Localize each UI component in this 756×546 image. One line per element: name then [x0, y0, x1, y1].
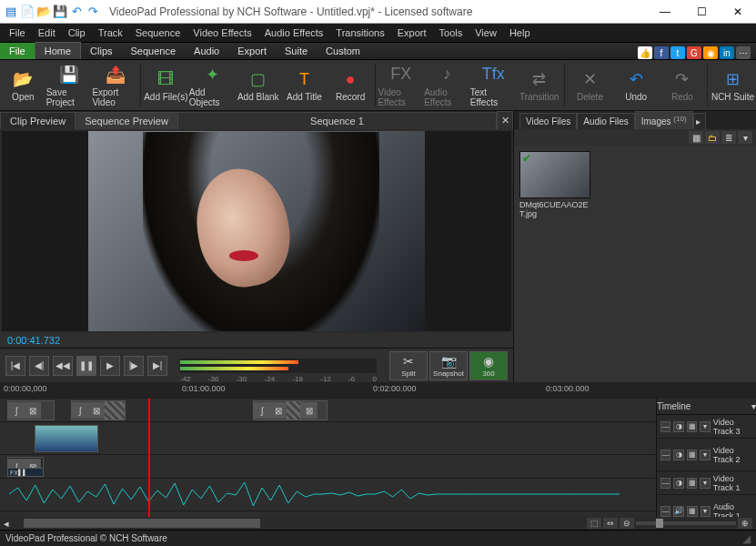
ribbon-tab-suite[interactable]: Suite [276, 43, 317, 59]
maximize-button[interactable]: ☐ [683, 0, 720, 24]
twitter-icon[interactable]: t [670, 46, 685, 59]
zoom-in-icon[interactable]: ⊕ [738, 518, 752, 529]
tab-video-files[interactable]: Video Files [519, 113, 577, 129]
quick-access-toolbar: ▤ 📄 📂 💾 ↶ ↷ [0, 5, 104, 19]
menu-export[interactable]: Export [392, 25, 432, 40]
video-effects-button[interactable]: FXVideo Effects [378, 60, 424, 110]
qat-new-icon[interactable]: 📄 [20, 5, 35, 19]
bin-folder-icon[interactable]: 🗀 [705, 131, 720, 144]
timeline-panel-title[interactable]: Timeline ▾ [657, 399, 756, 415]
ribbon-tab-file[interactable]: File [0, 43, 35, 59]
fx-icon: ∫ [8, 402, 25, 419]
qat-open-icon[interactable]: 📂 [36, 5, 51, 19]
redo-button[interactable]: ↷Redo [660, 60, 706, 110]
next-frame-button[interactable]: |▶ [124, 356, 144, 376]
export-video-button[interactable]: 📤Export Video [92, 60, 138, 110]
track-header-v2[interactable]: —◑▦▾Video Track 2 [657, 439, 756, 471]
ribbon-tab-home[interactable]: Home [35, 42, 81, 59]
play-button[interactable]: ▶ [100, 356, 120, 376]
close-button[interactable]: ✕ [720, 0, 756, 24]
track-header-v1[interactable]: —◑▦▾Video Track 1 [657, 471, 756, 495]
track-video-2[interactable] [0, 422, 656, 455]
facebook-icon[interactable]: f [654, 46, 669, 59]
qat-redo-icon[interactable]: ↷ [86, 5, 100, 19]
menu-file[interactable]: File [4, 25, 31, 40]
zoom-out-icon[interactable]: ⊖ [620, 518, 634, 529]
bin-tab-overflow[interactable]: ▸ [693, 113, 706, 129]
bin-list-icon[interactable]: ≣ [721, 131, 736, 144]
bin-more-icon[interactable]: ▾ [738, 131, 752, 144]
tab-images[interactable]: Images (10) [635, 111, 693, 129]
transition-button[interactable]: ⇄Transition [517, 60, 563, 110]
menu-track[interactable]: Track [93, 25, 128, 40]
delete-button[interactable]: ✕Delete [567, 60, 613, 110]
zoom-slider[interactable] [636, 521, 736, 525]
menu-audio-effects[interactable]: Audio Effects [259, 25, 329, 40]
share-icon[interactable]: ⋯ [736, 46, 751, 59]
ribbon-tab-sequence[interactable]: Sequence [122, 43, 186, 59]
menu-video-effects[interactable]: Video Effects [187, 25, 257, 40]
thumbnail-label: DMqt6CUEAAO2ET.jpg [519, 198, 590, 218]
menu-transitions[interactable]: Transitions [330, 25, 389, 40]
add-title-button[interactable]: TAdd Title [281, 60, 328, 110]
add-blank-button[interactable]: ▢Add Blank [235, 60, 281, 110]
bin-thumbnails[interactable]: DMqt6CUEAAO2ET.jpg [514, 146, 756, 382]
googleplus-icon[interactable]: G [687, 46, 701, 59]
ribbon-tab-export[interactable]: Export [228, 43, 276, 59]
linkedin-icon[interactable]: in [720, 46, 734, 59]
record-button[interactable]: ●Record [328, 60, 374, 110]
track-audio-1[interactable] [0, 479, 656, 511]
add-files-button[interactable]: 🎞Add File(s) [143, 60, 189, 110]
close-sequence-icon[interactable]: ✕ [497, 111, 513, 129]
timeline-scrollbar[interactable]: ◂ ⬚ ⇔ ⊖ ⊕ [0, 517, 756, 530]
ribbon-tab-custom[interactable]: Custom [317, 43, 369, 59]
menu-edit[interactable]: Edit [33, 25, 61, 40]
menu-sequence[interactable]: Sequence [130, 25, 186, 40]
rss-icon[interactable]: ◉ [703, 46, 718, 59]
tab-clip-preview[interactable]: Clip Preview [0, 112, 76, 129]
split-button[interactable]: ✂Split [389, 351, 428, 380]
go-end-button[interactable]: ▶| [147, 356, 167, 376]
menu-view[interactable]: View [469, 25, 502, 40]
go-start-button[interactable]: |◀ [5, 356, 25, 376]
tab-sequence-preview[interactable]: Sequence Preview [75, 112, 178, 129]
open-button[interactable]: 📂Open [0, 60, 46, 110]
menu-clip[interactable]: Clip [63, 25, 91, 40]
qat-save-icon[interactable]: 💾 [53, 5, 67, 19]
prev-frame-button[interactable]: ◀| [29, 356, 49, 376]
fit-icon[interactable]: ⇔ [603, 518, 618, 529]
bin-tabs: Video Files Audio Files Images (10) ▸ [514, 111, 756, 129]
save-project-button[interactable]: 💾Save Project [46, 60, 93, 110]
track-video-1[interactable]: ∫⊠ FX▌▌ [0, 455, 656, 479]
playhead[interactable] [148, 399, 150, 517]
ribbon-tab-clips[interactable]: Clips [81, 43, 121, 59]
audio-effects-button[interactable]: ♪Audio Effects [424, 60, 470, 110]
video-viewport[interactable] [2, 131, 511, 331]
pause-button[interactable]: ❚❚ [76, 356, 96, 376]
menu-tools[interactable]: Tools [434, 25, 469, 40]
minimize-button[interactable]: — [647, 0, 683, 24]
track-header-v3[interactable]: —◑▦▾Video Track 3 [657, 415, 756, 439]
qat-undo-icon[interactable]: ↶ [69, 5, 84, 19]
text-effects-button[interactable]: TfxText Effects [470, 60, 517, 110]
ribbon-tab-audio[interactable]: Audio [185, 43, 228, 59]
resize-grip[interactable]: ◢ [742, 532, 751, 545]
tab-audio-files[interactable]: Audio Files [577, 113, 634, 129]
timeline-zoom: ⬚ ⇔ ⊖ ⊕ [587, 518, 756, 529]
bin-toolbar: ▦ 🗀 ≣ ▾ [514, 129, 756, 146]
timeline-tracks[interactable]: ∫⊠ ∫⊠ ∫⊠ ⊠ ∫⊠ FX▌▌ [0, 399, 656, 517]
360-button[interactable]: ◉360 [469, 351, 508, 380]
like-icon[interactable]: 👍 [638, 46, 652, 59]
track-video-3[interactable]: ∫⊠ ∫⊠ ∫⊠ ⊠ [0, 399, 656, 422]
rewind-button[interactable]: ◀◀ [53, 356, 73, 376]
snapshot-button[interactable]: 📷Snapshot [429, 351, 468, 380]
snap-icon[interactable]: ⬚ [587, 518, 601, 529]
undo-button[interactable]: ↶Undo [613, 60, 660, 110]
scrollbar-thumb[interactable] [24, 519, 260, 528]
add-objects-button[interactable]: ✦Add Objects [189, 60, 236, 110]
menu-help[interactable]: Help [504, 25, 536, 40]
bin-thumbnail[interactable]: DMqt6CUEAAO2ET.jpg [519, 151, 590, 218]
nch-suite-button[interactable]: ⊞NCH Suite [710, 60, 756, 110]
timeline-ruler[interactable]: 0:00:00,000 0:01:00.000 0:02:00.000 0:03… [0, 382, 756, 399]
bin-add-icon[interactable]: ▦ [689, 131, 703, 144]
